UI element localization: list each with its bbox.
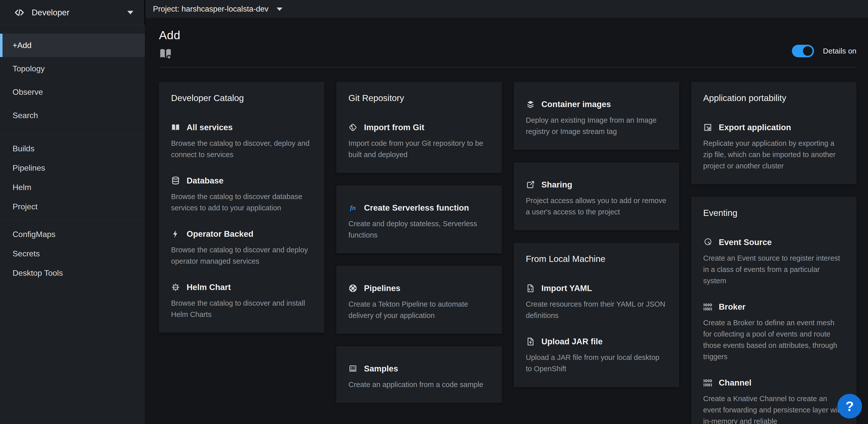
add-item-description: Import code from your Git repository to … (348, 138, 490, 160)
sidebar-item-helm[interactable]: Helm (0, 178, 145, 197)
card-application-portability: Application portabilityExport applicatio… (691, 82, 857, 184)
add-item-database: DatabaseBrowse the catalog to discover d… (171, 176, 312, 214)
add-item-label: Pipelines (364, 283, 400, 293)
card-title: Application portability (703, 93, 844, 103)
add-item-container-images: Container imagesDeploy an existing Image… (526, 100, 667, 137)
sidebar-item-project[interactable]: Project (0, 197, 145, 217)
add-item-label: Broker (719, 302, 745, 312)
add-item-import-from-git: Import from GitImport code from your Git… (348, 123, 490, 160)
sidebar-nav-group: ConfigMapsSecretsDesktop Tools (0, 220, 145, 287)
project-bar: Project: harshcasper-localsta-dev (146, 0, 868, 18)
add-item-description: Replicate your application by exporting … (703, 138, 844, 172)
add-item-description: Browse the catalog to discover and insta… (171, 298, 312, 320)
add-cards-grid: Developer CatalogAll servicesBrowse the … (159, 82, 857, 424)
catalog-icon (171, 123, 180, 132)
add-item-link-upload-jar-file[interactable]: Upload JAR file (526, 337, 603, 346)
perspective-label: Developer (32, 8, 69, 17)
add-item-label: Upload JAR file (541, 337, 603, 346)
add-item-label: Database (187, 176, 223, 186)
add-item-link-channel[interactable]: Channel (703, 378, 751, 388)
add-item-description: Project access allows you to add or remo… (526, 195, 667, 218)
sidebar-item-desktop-tools[interactable]: Desktop Tools (0, 263, 145, 283)
card-title: Developer Catalog (171, 93, 312, 103)
add-item-label: Samples (364, 364, 398, 373)
card-git-repository: Git RepositoryImport from GitImport code… (336, 82, 502, 173)
add-item-link-import-yaml[interactable]: Import YAML (526, 283, 592, 293)
add-item-description: Create a Tekton Pipeline to automate del… (348, 299, 490, 321)
sidebar-item-builds[interactable]: Builds (0, 139, 145, 158)
card-column-2: Git RepositoryImport from GitImport code… (336, 82, 502, 403)
details-switch[interactable] (792, 45, 814, 57)
add-item-export-application: Export applicationReplicate your applica… (703, 123, 844, 172)
add-item-link-broker[interactable]: Broker (703, 302, 745, 312)
details-toggle-group: Details on (792, 45, 857, 57)
sidebar-item-pipelines[interactable]: Pipelines (0, 158, 145, 178)
add-item-link-event-source[interactable]: Event Source (703, 237, 772, 247)
svg-text:HELM: HELM (173, 286, 178, 288)
add-item-description: Browse the catalog to discover, deploy a… (171, 138, 312, 160)
add-item-description: Create a Knative Channel to create an ev… (703, 393, 844, 424)
binary-icon (703, 302, 712, 311)
help-button[interactable]: ? (837, 394, 862, 419)
add-item-upload-jar-file: Upload JAR fileUpload a JAR file from yo… (526, 337, 667, 374)
add-item-link-pipelines[interactable]: Pipelines (348, 283, 400, 293)
fn-icon: fn (348, 203, 358, 213)
card-column-4: Application portabilityExport applicatio… (691, 82, 857, 424)
sidebar: Developer +AddTopologyObserveSearchBuild… (0, 0, 145, 424)
add-item-link-all-services[interactable]: All services (171, 123, 232, 132)
layers-icon (526, 100, 535, 109)
add-item-label: All services (187, 123, 232, 132)
add-item-pipelines: PipelinesCreate a Tekton Pipeline to aut… (348, 283, 490, 321)
add-item-import-yaml: Import YAMLCreate resources from their Y… (526, 283, 667, 321)
binary-icon (703, 378, 712, 387)
sidebar-item-add[interactable]: +Add (0, 34, 145, 57)
add-item-create-serverless-function: fnCreate Serverless functionCreate and d… (348, 203, 490, 241)
sidebar-item-observe[interactable]: Observe (0, 80, 145, 104)
sidebar-nav-group: +AddTopologyObserveSearch (0, 25, 145, 135)
add-item-label: Helm Chart (187, 283, 231, 292)
card-title: Git Repository (348, 93, 490, 103)
add-item-link-database[interactable]: Database (171, 176, 223, 186)
add-item-broker: BrokerCreate a Broker to define an event… (703, 302, 844, 362)
svg-text:fn: fn (350, 204, 356, 211)
add-item-link-sharing[interactable]: Sharing (526, 180, 572, 190)
add-item-description: Create an Event source to register inter… (703, 253, 844, 286)
header-divider (159, 67, 857, 67)
file-upload-icon (526, 337, 535, 346)
add-item-link-create-serverless-function[interactable]: fnCreate Serverless function (348, 203, 469, 213)
add-item-link-operator-backed[interactable]: Operator Backed (171, 229, 253, 239)
add-item-event-source: Event SourceCreate an Event source to re… (703, 237, 844, 286)
card-create-serverless-function: fnCreate Serverless functionCreate and d… (336, 186, 502, 253)
card-sharing: SharingProject access allows you to add … (514, 162, 679, 230)
sidebar-item-search[interactable]: Search (0, 104, 145, 127)
add-item-samples: SamplesCreate an application from a code… (348, 364, 490, 390)
add-item-label: Import from Git (364, 123, 424, 132)
add-item-link-container-images[interactable]: Container images (526, 100, 611, 109)
add-item-link-import-from-git[interactable]: Import from Git (348, 123, 424, 132)
sidebar-item-topology[interactable]: Topology (0, 57, 145, 80)
chevron-down-icon (277, 7, 283, 11)
add-item-operator-backed: Operator BackedBrowse the catalog to dis… (171, 229, 312, 267)
page-header: Add Details on (159, 28, 857, 67)
add-item-label: Operator Backed (187, 229, 253, 239)
book-plus-icon[interactable] (159, 48, 172, 60)
page-title: Add (159, 28, 857, 42)
sidebar-item-configmaps[interactable]: ConfigMaps (0, 225, 145, 244)
project-selector[interactable]: Project: harshcasper-localsta-dev (146, 4, 283, 13)
event-source-icon (703, 238, 712, 247)
details-toggle-label: Details on (823, 47, 857, 55)
add-item-description: Create a Broker to define an event mesh … (703, 317, 844, 362)
perspective-switcher[interactable]: Developer (0, 0, 145, 25)
add-item-description: Browse the catalog to discover and deplo… (171, 244, 312, 267)
add-item-description: Deploy an existing Image from an Image r… (526, 115, 667, 137)
add-item-link-export-application[interactable]: Export application (703, 123, 791, 132)
add-item-link-helm-chart[interactable]: HELMHelm Chart (171, 283, 231, 292)
card-title: From Local Machine (526, 254, 667, 264)
add-item-label: Channel (719, 378, 751, 388)
card-title: Eventing (703, 208, 844, 218)
add-item-link-samples[interactable]: Samples (348, 364, 398, 373)
add-page: Add Details on Developer CatalogAll serv… (146, 19, 868, 424)
export-icon (703, 123, 712, 132)
sidebar-item-secrets[interactable]: Secrets (0, 244, 145, 263)
add-item-description: Upload a JAR file from your local deskto… (526, 352, 667, 374)
